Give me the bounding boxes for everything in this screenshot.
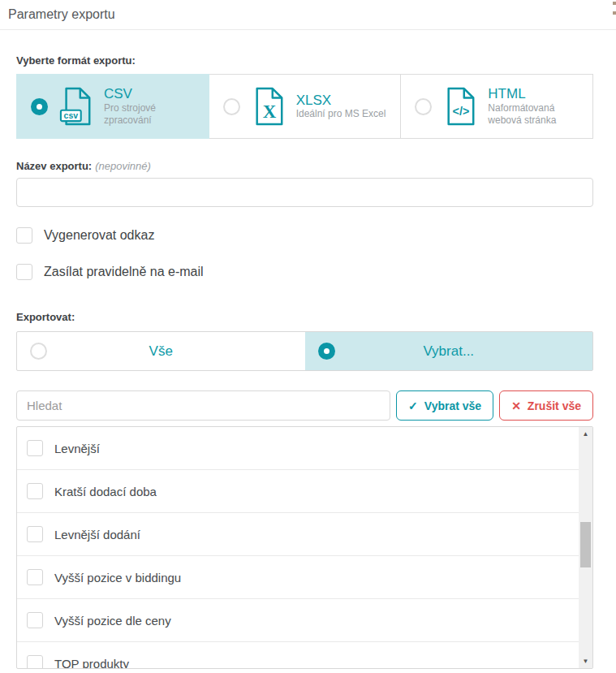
format-option-text: HTML Naformátovaná webová stránka <box>488 86 579 127</box>
scope-select-radio[interactable] <box>318 343 335 360</box>
item-checkbox[interactable] <box>27 440 43 456</box>
vertical-dots-icon <box>612 2 616 21</box>
export-name-label: Název exportu: <box>16 160 92 172</box>
format-section-label: Vyberte formát exportu: <box>16 54 593 67</box>
item-checkbox[interactable] <box>27 569 43 585</box>
item-checkbox[interactable] <box>27 655 43 669</box>
item-checkbox[interactable] <box>27 612 43 628</box>
dialog-content: Vyberte formát exportu: csv CSV Pro stro… <box>16 54 593 669</box>
select-all-label: Vybrat vše <box>424 399 481 412</box>
format-title: HTML <box>488 86 579 102</box>
scroll-up-icon[interactable]: ▲ <box>579 427 592 441</box>
dialog-title: Parametry exportu <box>8 7 115 22</box>
svg-text:csv: csv <box>64 110 79 120</box>
list-item[interactable]: Vyšší pozice dle ceny <box>17 599 592 642</box>
format-subtitle: Naformátovaná webová stránka <box>488 102 579 127</box>
clear-all-label: Zrušit vše <box>528 399 581 412</box>
export-scope-toggle: Vše Vybrat... <box>16 331 593 371</box>
scope-option-select[interactable]: Vybrat... <box>305 332 593 370</box>
format-title: CSV <box>104 86 195 102</box>
format-option-text: CSV Pro strojové zpracování <box>104 86 195 127</box>
item-label: Levnější dodání <box>54 528 140 541</box>
generate-link-label: Vygenerovat odkaz <box>44 228 154 243</box>
scope-select-label: Vybrat... <box>423 343 474 360</box>
csv-file-icon: csv <box>59 86 93 127</box>
scroll-down-icon[interactable]: ▼ <box>579 654 592 668</box>
item-label: Vyšší pozice v biddingu <box>54 571 181 585</box>
export-name-label-row: Název exportu:(nepovinné) <box>16 160 593 172</box>
list-item[interactable]: TOP produkty <box>17 642 592 669</box>
item-checkbox[interactable] <box>27 483 43 499</box>
format-option-html[interactable]: </> HTML Naformátovaná webová stránka <box>401 74 593 139</box>
selection-toolbar: ✓ Vybrat vše ✕ Zrušit vše <box>16 390 593 421</box>
email-schedule-checkbox-row[interactable]: Zasílat pravidelně na e-mail <box>16 264 593 280</box>
format-option-csv[interactable]: csv CSV Pro strojové zpracování <box>16 74 209 139</box>
item-label: Vyšší pozice dle ceny <box>54 614 171 628</box>
export-name-input[interactable] <box>16 178 593 207</box>
scope-option-all[interactable]: Vše <box>17 332 305 370</box>
scrollbar-thumb[interactable] <box>580 522 591 567</box>
item-checkbox[interactable] <box>27 526 43 542</box>
html-file-icon: </> <box>443 86 477 127</box>
scope-all-radio[interactable] <box>30 343 47 360</box>
svg-text:X: X <box>262 101 276 122</box>
export-scope-label: Exportovat: <box>16 311 593 323</box>
list-item[interactable]: Kratší dodací doba <box>17 470 592 513</box>
select-all-button[interactable]: ✓ Vybrat vše <box>396 390 493 421</box>
item-label: Levnější <box>54 442 100 455</box>
export-name-hint: (nepovinné) <box>95 160 151 172</box>
csv-radio[interactable] <box>31 98 48 115</box>
format-selector: csv CSV Pro strojové zpracování X XLSX I… <box>16 74 593 139</box>
email-schedule-checkbox[interactable] <box>16 264 32 280</box>
xlsx-file-icon: X <box>252 86 286 127</box>
email-schedule-label: Zasílat pravidelně na e-mail <box>44 265 204 279</box>
item-list: Levnější Kratší dodací doba Levnější dod… <box>16 426 593 669</box>
list-item[interactable]: Levnější <box>17 427 592 470</box>
dialog-header: Parametry exportu <box>0 0 616 30</box>
cross-icon: ✕ <box>511 399 521 412</box>
svg-text:</>: </> <box>453 105 470 118</box>
generate-link-checkbox[interactable] <box>16 227 32 244</box>
format-subtitle: Pro strojové zpracování <box>104 102 195 127</box>
format-option-text: XLSX Ideální pro MS Excel <box>296 93 386 121</box>
format-subtitle: Ideální pro MS Excel <box>296 108 386 120</box>
html-radio[interactable] <box>415 98 432 115</box>
format-option-xlsx[interactable]: X XLSX Ideální pro MS Excel <box>209 74 402 139</box>
clear-all-button[interactable]: ✕ Zrušit vše <box>499 390 593 421</box>
generate-link-checkbox-row[interactable]: Vygenerovat odkaz <box>16 227 593 244</box>
export-dialog: Parametry exportu Vyberte formát exportu… <box>0 0 616 669</box>
item-label: Kratší dodací doba <box>54 485 157 498</box>
format-title: XLSX <box>296 93 386 109</box>
check-icon: ✓ <box>408 399 418 412</box>
list-item[interactable]: Levnější dodání <box>17 513 592 556</box>
list-item[interactable]: Vyšší pozice v biddingu <box>17 556 592 599</box>
item-label: TOP produkty <box>54 657 129 670</box>
scope-all-label: Vše <box>149 343 173 360</box>
list-scrollbar[interactable]: ▲ ▼ <box>579 427 592 668</box>
xlsx-radio[interactable] <box>223 98 240 115</box>
search-input[interactable] <box>16 390 390 421</box>
